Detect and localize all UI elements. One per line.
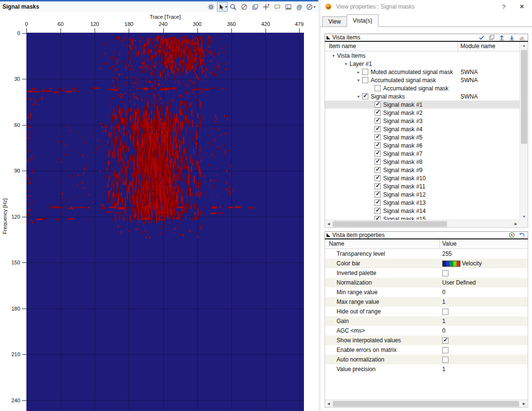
checkbox[interactable] — [375, 208, 381, 214]
property-row[interactable]: Hide out of range — [325, 307, 528, 316]
vertical-scroll-thumb[interactable] — [521, 50, 527, 144]
export-up-icon[interactable] — [498, 34, 505, 41]
tree-row[interactable]: ▾Layer #1 — [325, 60, 520, 68]
tree-row[interactable]: Signal mask #5 — [325, 133, 520, 141]
property-value[interactable]: 1 — [442, 366, 446, 373]
tree-row[interactable]: Signal mask #9 — [325, 166, 520, 174]
property-row[interactable]: Transparency level255 — [325, 249, 528, 259]
checkbox[interactable] — [375, 159, 381, 165]
expander-open-icon[interactable]: ▾ — [342, 62, 350, 66]
checkbox[interactable] — [375, 191, 381, 198]
tree-row[interactable]: Signal mask #4 — [325, 125, 520, 133]
property-row[interactable]: NormalizationUser Defined — [325, 278, 528, 287]
property-value[interactable]: 0 — [442, 327, 446, 334]
checkbox[interactable] — [375, 134, 381, 140]
scroll-up-button[interactable]: ▲ — [520, 42, 528, 49]
checkbox[interactable] — [375, 101, 381, 108]
expander-closed-icon[interactable]: ▸ — [355, 70, 362, 75]
horizontal-scroll-thumb[interactable] — [333, 401, 519, 407]
column-module-name[interactable]: Module name — [458, 42, 520, 51]
pointer-select-button[interactable]: ▾ — [217, 2, 228, 12]
checkbox[interactable] — [362, 93, 368, 100]
tree-row[interactable]: Signal mask #12 — [325, 190, 520, 199]
target-icon[interactable] — [508, 232, 515, 238]
property-value[interactable]: User Defined — [442, 279, 476, 286]
expander-open-icon[interactable]: ▾ — [355, 94, 362, 99]
property-value[interactable] — [442, 347, 451, 353]
checkbox[interactable] — [375, 167, 381, 173]
checkbox[interactable] — [442, 357, 448, 363]
tab-view[interactable]: View — [322, 16, 347, 26]
checkbox[interactable] — [442, 309, 448, 315]
tree-row[interactable]: ▸Muted accumulated signal maskSWNA — [325, 68, 520, 76]
import-down-icon[interactable] — [508, 34, 515, 41]
property-value[interactable] — [442, 309, 451, 315]
tree-row[interactable]: Accumulated signal mask — [325, 84, 520, 92]
spectrogram-canvas[interactable] — [26, 33, 304, 411]
dropdown-arrow-icon[interactable]: ▾ — [314, 5, 315, 9]
layers-button[interactable] — [250, 2, 261, 12]
property-row[interactable]: Value precision1 — [325, 364, 528, 374]
comment-button[interactable] — [272, 2, 283, 12]
tree-row[interactable]: Signal mask #8 — [325, 158, 520, 166]
gear-button[interactable] — [206, 2, 217, 12]
property-value[interactable]: 0 — [442, 289, 446, 296]
compass-button[interactable]: ▾ — [305, 2, 316, 12]
horizontal-scrollbar[interactable]: ◀ ▶ — [325, 220, 520, 227]
scroll-left-button[interactable]: ◀ — [325, 220, 332, 227]
scroll-right-button[interactable]: ▶ — [520, 400, 528, 407]
undo-icon[interactable] — [519, 232, 525, 238]
tree-row[interactable]: ▾Signal masksSWNA — [325, 92, 520, 100]
image-button[interactable] — [283, 2, 294, 12]
expander-open-icon[interactable]: ▾ — [355, 78, 362, 83]
property-value[interactable] — [442, 270, 451, 276]
tab-vistas[interactable]: Vista(s) — [347, 14, 378, 27]
checkbox[interactable] — [375, 110, 381, 116]
vista-items-header-bar[interactable]: Vista items — [325, 34, 528, 42]
checkbox[interactable] — [375, 150, 381, 157]
property-row[interactable]: Min range value0 — [325, 287, 528, 297]
checkbox[interactable] — [362, 77, 368, 83]
checkbox[interactable] — [375, 199, 381, 206]
property-row[interactable]: Color barVelocity — [325, 259, 528, 268]
property-row[interactable]: Show interpolated values — [325, 336, 528, 345]
zoom-button[interactable] — [228, 2, 239, 12]
checkbox[interactable] — [362, 69, 368, 75]
no-entry-button[interactable] — [239, 2, 250, 12]
property-value[interactable]: 1 — [442, 318, 446, 324]
column-value[interactable]: Value — [440, 239, 528, 249]
tree-row[interactable]: Signal mask #7 — [325, 149, 520, 158]
copy-icon[interactable] — [488, 34, 495, 41]
property-value[interactable] — [442, 357, 451, 363]
property-row[interactable]: AGC <ms>0 — [325, 326, 528, 336]
at-sign-button[interactable]: @ — [294, 2, 305, 12]
checkbox[interactable] — [442, 337, 448, 344]
horizontal-scrollbar[interactable]: ◀ ▶ — [325, 399, 528, 407]
tree-row[interactable]: Signal mask #10 — [325, 174, 520, 182]
property-value[interactable]: 255 — [442, 250, 452, 257]
check-icon[interactable] — [478, 34, 485, 41]
checkbox[interactable] — [442, 347, 448, 353]
scroll-down-button[interactable]: ▼ — [520, 213, 528, 220]
tree-row[interactable]: ▾Vista Items — [325, 51, 520, 60]
tree-row[interactable]: Signal mask #2 — [325, 109, 520, 117]
tree-row[interactable]: Signal mask #3 — [325, 117, 520, 125]
scroll-right-button[interactable]: ▶ — [512, 220, 520, 227]
expander-open-icon[interactable]: ▾ — [330, 53, 337, 58]
checkbox[interactable] — [442, 270, 448, 276]
property-value[interactable] — [442, 337, 451, 344]
tree-row[interactable]: Signal mask #1 — [325, 100, 520, 109]
section-collapse-icon[interactable] — [326, 36, 330, 39]
property-value[interactable]: 1 — [442, 299, 446, 305]
property-row[interactable]: Enable errors on matrix — [325, 345, 528, 355]
column-item-name[interactable]: Item name — [325, 42, 458, 51]
column-name[interactable]: Name — [325, 239, 440, 249]
vista-properties-header-bar[interactable]: Vista item properties — [325, 231, 528, 239]
tree-row[interactable]: Signal mask #14 — [325, 207, 520, 215]
property-value[interactable]: Velocity — [442, 260, 482, 267]
checkbox[interactable] — [375, 126, 381, 132]
property-row[interactable]: Inverted palette — [325, 268, 528, 278]
close-button[interactable]: × — [512, 2, 532, 11]
horizontal-scroll-thumb[interactable] — [333, 221, 447, 227]
tree-row[interactable]: Signal mask #6 — [325, 141, 520, 149]
